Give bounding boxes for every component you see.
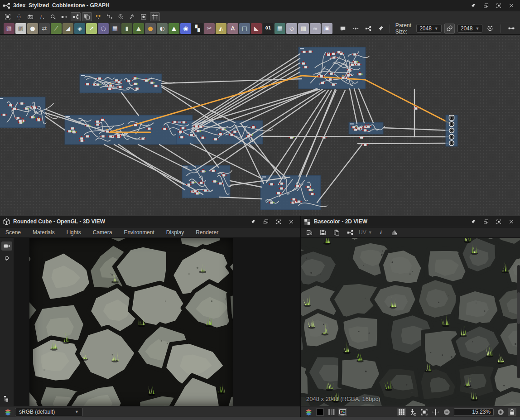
tile-random-node-button[interactable]: ▦ [274,23,285,34]
graph-wire[interactable] [383,128,450,130]
gradient-linear-node-button[interactable]: ▮ [121,23,132,34]
view2d-scrollbar[interactable] [517,265,520,378]
passthrough-curve-node-button[interactable]: ≈ [310,23,321,34]
select-frame-button[interactable] [3,12,13,21]
gradient-pins-node-button[interactable]: ▲ [133,23,144,34]
directional-blur-node-button[interactable]: ◢ [63,23,73,34]
zoom-out-button[interactable] [443,408,451,416]
graph-wire[interactable] [240,88,317,124]
channel-stripes-icon[interactable] [327,408,336,416]
menu-materials[interactable]: Materials [33,229,55,236]
float-panel-button[interactable] [482,217,490,226]
pin-node-button[interactable] [376,24,386,33]
color-layers-icon[interactable] [304,408,313,416]
mirror-node-button[interactable]: ◭ [216,23,226,34]
scene-tree-button[interactable] [1,394,12,403]
menu-renderer[interactable]: Renderer [196,229,218,236]
tiling-grid-button[interactable] [397,408,406,416]
tile-generator-node-button[interactable]: ▦ [110,23,120,34]
passthrough-square-node-button[interactable]: ▥ [298,23,309,34]
blur-node-button[interactable]: ● [27,23,38,34]
histogram-scan-node-button[interactable]: ▲ [169,23,179,34]
graph-wire[interactable] [317,144,362,203]
graph-wire[interactable] [306,90,345,176]
color-layers-icon[interactable] [4,408,12,416]
output-node[interactable] [449,135,454,140]
connection-style-button[interactable] [93,12,103,21]
pin-panel-button[interactable] [249,217,257,226]
node-graph[interactable] [0,35,520,216]
view3d-viewport[interactable] [0,238,300,406]
menu-camera[interactable]: Camera [93,229,112,236]
material-preview-button[interactable] [139,12,149,21]
compute-time-button[interactable] [116,12,126,21]
menu-environment[interactable]: Environment [124,229,154,236]
parent-size-height-dropdown[interactable]: 2048▼ [457,24,483,33]
passthrough-diamond-node-button[interactable]: ◇ [286,23,297,34]
dot-node-button[interactable]: ● [145,23,156,34]
checker-01-node-button[interactable]: ▚ [192,23,203,34]
export-image-button[interactable] [304,228,314,237]
screenshot-button[interactable] [25,12,35,21]
zoom-in-button[interactable] [496,408,505,416]
grid-snap-button[interactable] [150,12,160,21]
light-mode-button[interactable] [1,254,12,263]
histogram-button[interactable] [390,228,400,237]
output-node[interactable] [449,116,454,121]
background-color-swatch[interactable] [316,408,324,416]
menu-display[interactable]: Display [166,229,184,236]
output-node[interactable] [449,128,454,133]
link-view-button[interactable] [59,12,69,21]
graph-wire[interactable] [138,145,191,171]
stack-layers-button[interactable] [82,12,92,21]
graph-wire[interactable] [358,143,450,144]
search-button[interactable] [48,12,58,21]
svg-node-button[interactable]: ▨ [15,23,26,34]
link-graph-button[interactable] [345,228,355,237]
close-panel-button[interactable] [507,1,515,10]
uv-mode-dropdown[interactable]: UV▼ [359,229,372,236]
selection-node-button[interactable]: □ [239,23,250,34]
comment-button[interactable] [338,24,348,33]
menu-lights[interactable]: Lights [67,229,81,236]
zoom-level-input[interactable] [454,408,494,416]
menu-scene[interactable]: Scene [5,229,21,236]
view2d-viewport[interactable]: 2048 x 2048 (RGBA, 16bpc) [301,238,520,406]
graph-wire[interactable] [192,54,300,124]
elbow-connector-button[interactable] [105,12,115,21]
inline-dot-button[interactable] [351,24,361,33]
color-wheel-node-button[interactable]: ◉ [180,23,191,34]
passthrough-frame-node-button[interactable]: ▣ [322,23,332,34]
link-size-button[interactable] [444,24,455,34]
colorspace-dropdown[interactable]: sRGB (default)▼ [15,408,83,416]
cobblestone-3d-preview[interactable] [29,238,233,406]
graph-wire[interactable] [104,145,184,184]
switch-01-node-button[interactable]: 01 [263,23,274,34]
information-button[interactable]: i [376,228,386,237]
maximize-panel-button[interactable] [495,217,503,226]
reset-size-button[interactable] [485,24,495,33]
display-rgb-button[interactable] [338,408,347,416]
float-panel-button[interactable] [262,217,270,226]
graph-wire-selected[interactable] [365,80,451,124]
subgraph-button[interactable] [363,24,373,33]
scrollbar-thumb[interactable] [517,292,520,324]
connect-output-button[interactable] [506,24,516,33]
pan-view-button[interactable] [431,408,440,416]
close-panel-button[interactable] [287,217,295,226]
maximize-panel-button[interactable] [495,1,503,10]
scissors-node-button[interactable]: ✂ [204,23,215,34]
text-node-button[interactable]: A [227,23,238,34]
flood-fill-node-button[interactable]: ◣ [251,23,262,34]
pin-panel-button[interactable] [469,1,477,10]
graph-wire[interactable] [248,143,285,177]
pin-panel-button[interactable] [469,217,477,226]
sphere-node-button[interactable]: ◐ [157,23,168,34]
graph-wire[interactable] [359,89,373,123]
shape-node-button[interactable]: ○ [98,23,109,34]
graph-wire[interactable] [299,90,336,176]
save-image-button[interactable] [318,228,328,237]
copy-image-button[interactable] [332,228,342,237]
tools-button[interactable] [127,12,137,21]
float-panel-button[interactable] [482,1,490,10]
